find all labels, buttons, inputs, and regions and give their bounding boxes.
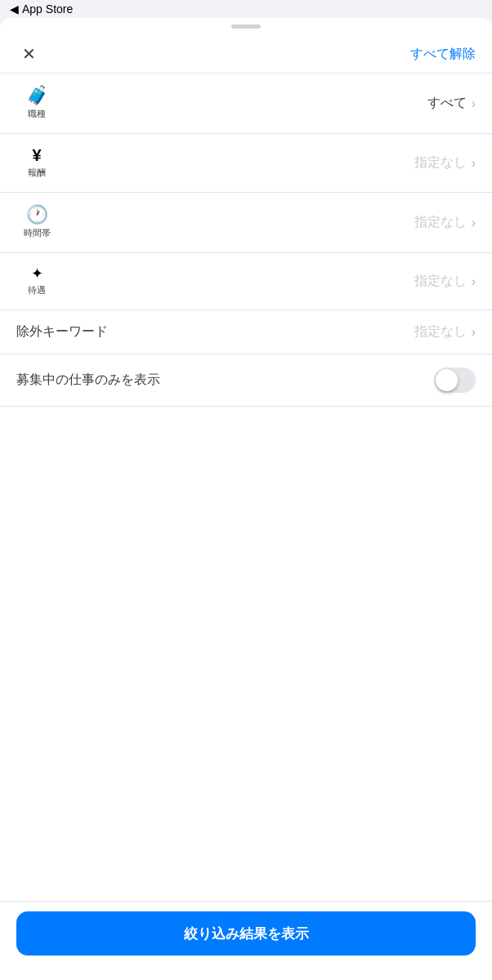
filter-item-jikantai[interactable]: 🕐 時間帯 指定なし › — [0, 193, 492, 253]
taiguu-icon-label: ✦ 待遇 — [16, 266, 57, 296]
jikantai-icon: 🕐 — [26, 206, 48, 224]
jikantai-value: 指定なし — [414, 214, 467, 231]
filter-item-exclude-keyword[interactable]: 除外キーワード 指定なし › — [0, 310, 492, 354]
taiguu-icon: ✦ — [31, 266, 43, 281]
filter-list: 🧳 職種 すべて › ¥ 報酬 指定なし › 🕐 時間帯 — [0, 74, 492, 901]
back-chevron: ◀ — [10, 2, 19, 16]
sheet-header: ✕ すべて解除 — [0, 29, 492, 73]
filter-item-shokusu[interactable]: 🧳 職種 すべて › — [0, 74, 492, 134]
exclude-keyword-chevron: › — [472, 325, 476, 340]
app-store-label: App Store — [22, 2, 73, 16]
shokusu-label: 職種 — [28, 108, 46, 120]
status-bar: ◀ App Store — [0, 0, 492, 18]
close-button[interactable]: ✕ — [16, 42, 41, 66]
hoshu-label: 報酬 — [28, 167, 46, 179]
jikantai-chevron: › — [472, 216, 476, 230]
taiguu-label: 待遇 — [28, 284, 46, 296]
taiguu-value: 指定なし — [414, 273, 467, 290]
hoshu-value: 指定なし — [414, 154, 467, 172]
toggle-knob — [436, 369, 458, 391]
taiguu-chevron: › — [472, 274, 476, 289]
shokusu-value-row: すべて › — [57, 95, 476, 112]
close-icon: ✕ — [22, 46, 36, 62]
toggle-switch[interactable] — [434, 368, 476, 393]
exclude-keyword-label: 除外キーワード — [16, 323, 246, 341]
shokusu-chevron: › — [472, 96, 476, 111]
status-bar-back: ◀ App Store — [10, 2, 73, 16]
shokusu-icon: 🧳 — [26, 87, 48, 105]
jikantai-value-row: 指定なし › — [57, 214, 476, 231]
bottom-area: 絞り込み結果を表示 — [0, 901, 492, 980]
filter-item-taiguu[interactable]: ✦ 待遇 指定なし › — [0, 253, 492, 310]
hoshu-chevron: › — [472, 156, 476, 171]
hoshu-icon-label: ¥ 報酬 — [16, 147, 57, 179]
jikantai-icon-label: 🕐 時間帯 — [16, 206, 57, 239]
submit-button-label: 絞り込み結果を表示 — [184, 924, 309, 943]
toggle-label: 募集中の仕事のみを表示 — [16, 372, 434, 389]
submit-button[interactable]: 絞り込み結果を表示 — [16, 911, 476, 956]
toggle-row-recruiting: 募集中の仕事のみを表示 — [0, 354, 492, 407]
shokusu-icon-label: 🧳 職種 — [16, 87, 57, 120]
shokusu-value: すべて — [427, 95, 467, 112]
jikantai-label: 時間帯 — [24, 227, 51, 239]
filter-item-hoshu[interactable]: ¥ 報酬 指定なし › — [0, 134, 492, 193]
exclude-keyword-value-row: 指定なし › — [246, 323, 476, 341]
hoshu-value-row: 指定なし › — [57, 154, 476, 172]
filter-sheet: ✕ すべて解除 🧳 職種 すべて › ¥ 報酬 指定なし › — [0, 18, 492, 980]
hoshu-icon: ¥ — [32, 147, 41, 163]
taiguu-value-row: 指定なし › — [57, 273, 476, 290]
clear-all-button[interactable]: すべて解除 — [410, 46, 476, 63]
exclude-keyword-value: 指定なし — [414, 323, 467, 341]
